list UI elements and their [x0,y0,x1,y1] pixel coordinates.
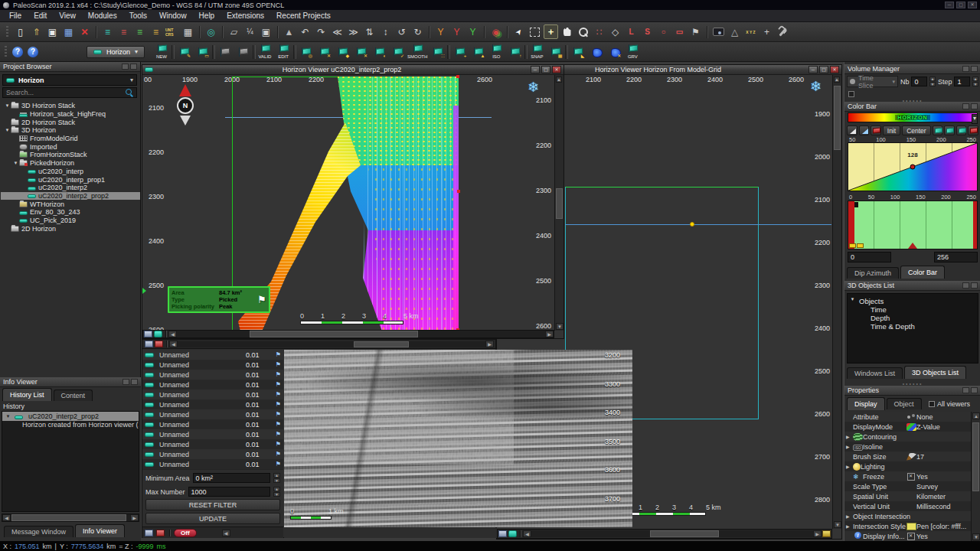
toolbar-icon[interactable] [482,24,487,39]
update-button[interactable]: UPDATE [145,513,280,524]
property-row[interactable]: ▶ Isoline [844,442,972,452]
menu-item[interactable]: View [53,10,82,21]
toolbar-icon[interactable] [704,24,710,39]
scroll-left-arrow[interactable] [222,530,230,536]
layers-icon[interactable] [145,341,153,347]
range-max-input[interactable]: 256 [934,252,978,262]
property-row[interactable]: ▶ Lighting [844,461,972,471]
horizon-tool-button[interactable]: SNAP [528,44,545,60]
flag-icon[interactable]: ⚑ [272,381,281,388]
panel-float-button[interactable] [122,379,129,385]
tree-item[interactable]: uC2020_interp [1,168,140,176]
objects-item[interactable]: Depth [849,314,976,322]
panel-close-button[interactable] [130,64,137,70]
layers-icon[interactable] [144,331,152,337]
history-scrollbar[interactable] [2,514,139,522]
horizontal-scrollbar[interactable] [497,529,832,539]
viewer-minimize-button[interactable]: ─ [808,66,818,73]
viewer-minimize-button[interactable]: ─ [531,66,540,73]
opacity-histogram[interactable]: 128 [848,142,978,191]
toolbar-icon[interactable]: ↺ [394,24,409,39]
toolbar-icon[interactable] [528,24,542,39]
maximize-button[interactable]: ▢ [956,2,965,8]
search-input[interactable]: Search... [2,87,137,98]
toolbar-icon[interactable]: ◉ [488,24,503,39]
horizon-tool-button[interactable]: ◐ [371,44,387,60]
seed-point[interactable] [690,222,694,227]
toolbar-icon[interactable]: ↶ [298,24,312,39]
toolbar-icon[interactable]: ↷ [314,24,328,39]
vertical-scrollbar[interactable] [554,75,564,331]
nb-spinner[interactable]: ▲▼ [929,77,936,86]
toolbar-icon[interactable] [197,24,202,39]
horizon-tool-button[interactable]: GRV [624,44,641,60]
toolbar-icon[interactable]: ⇑ [29,24,44,39]
center-button[interactable]: Center [902,126,931,135]
scroll-right-arrow[interactable] [485,341,494,347]
spinner[interactable]: ▲▼ [273,473,280,483]
layers-icon[interactable] [145,530,153,536]
horizon-tool-button[interactable]: ◆ [334,44,351,60]
horizontal-scrollbar[interactable] [142,330,554,338]
tab-content[interactable]: Content [54,390,93,401]
toolbar-icon[interactable]: L [624,24,639,39]
tab-history-list[interactable]: History List [2,388,52,401]
horizon-tool-button[interactable]: ◎ [297,44,314,60]
init-button[interactable]: Init [883,126,900,135]
toolbar-icon[interactable] [275,24,280,39]
toolbar-icon[interactable]: UNT CRS [165,24,179,39]
patch-row[interactable]: Unnamed 0.01 ⚑ [142,350,283,360]
corner-icon[interactable] [822,530,831,537]
minimum-area-input[interactable]: 0 km² [193,473,270,483]
horizon-map-canvas[interactable]: 00 19002000210022002300240025002600 2100… [142,75,556,332]
toolbar-icon[interactable]: Y [449,24,464,39]
minimize-button[interactable]: ─ [945,2,954,8]
flag-delete-icon[interactable] [968,126,978,135]
history-item[interactable]: ▼ uC2020_interp2_prop2 [2,412,139,421]
horizon-tool-button[interactable]: ✎ [175,44,192,60]
expander-icon[interactable]: ▼ [12,161,19,165]
toolbar-icon[interactable]: ➤ [508,21,528,41]
horizon-tool-button[interactable]: ▭ [194,44,211,60]
property-row[interactable]: ▶ Object Intersection [844,511,972,521]
reset-flag-icon[interactable] [871,126,881,135]
horizon-icon[interactable] [508,530,517,537]
range-min-input[interactable]: 0 [848,252,891,262]
horizon-tool-button[interactable]: ◣ [569,44,586,60]
viewer-maximize-button[interactable]: ▢ [541,66,550,73]
toolbar-icon[interactable]: ⚑ [688,24,703,39]
horizon-tool-button[interactable]: ∷ [429,44,446,60]
toolbar-icon[interactable]: X Y Z [743,24,758,39]
toolbar-icon[interactable]: ≡ [100,24,115,39]
tree-item[interactable]: Horizon_stack_HighFreq [1,110,140,119]
panel-close-button[interactable] [971,282,978,289]
tree-item[interactable]: 2D Horizon [1,224,140,233]
tab-windows-list[interactable]: Windows List [847,367,903,379]
horizon-tool-button[interactable] [524,45,527,59]
toolbar-icon[interactable] [93,24,99,39]
layers-icon[interactable] [498,530,507,537]
toolbar-icon[interactable]: △ [727,24,742,39]
tree-item[interactable]: Env_80_30_243 [1,208,140,217]
flag-icon[interactable]: ⚑ [272,431,281,438]
max-number-input[interactable]: 1000 [188,487,270,497]
toolbar-icon[interactable]: ▱ [227,24,241,39]
flag-apply-icon[interactable] [933,126,943,135]
seismic-section-view[interactable]: 320033003400350036003700 0 1 km [284,350,632,527]
toolbar-icon[interactable]: ⇅ [362,24,377,39]
tree-item[interactable]: uC2020_interp_prop1 [1,175,140,184]
properties-scrollbar[interactable] [971,412,980,541]
property-row[interactable]: ▶ Contouring [844,432,972,442]
flag-load-icon[interactable] [956,126,967,135]
patch-row[interactable]: Unnamed 0.01 ⚑ [142,449,283,459]
toolbar-icon[interactable]: ≡ [149,24,163,39]
tab-info-viewer[interactable]: Info Viewer [75,524,125,537]
patch-row[interactable]: Unnamed 0.01 ⚑ [142,390,283,399]
property-row[interactable]: Spatial Unit Kilometer [844,491,972,501]
flag-icon[interactable]: ⚑ [272,411,281,418]
object-type-combo[interactable]: Horizon [87,46,145,58]
volume-checkbox[interactable] [848,91,854,97]
menu-item[interactable]: Window [153,10,193,21]
toolbar-icon[interactable] [220,24,225,39]
flag-icon[interactable]: ⚑ [272,351,281,358]
